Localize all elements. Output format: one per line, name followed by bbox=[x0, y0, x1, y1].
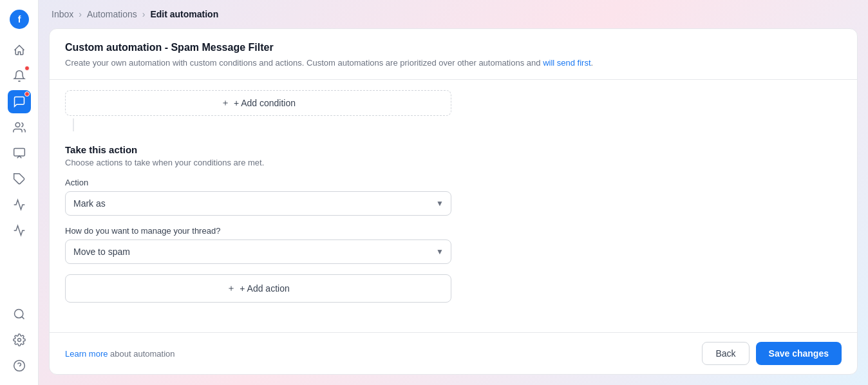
svg-text:f: f bbox=[17, 14, 21, 24]
add-action-label: + Add action bbox=[240, 283, 289, 294]
sidebar-item-search[interactable] bbox=[8, 303, 31, 326]
learn-more-link[interactable]: Learn more bbox=[65, 349, 108, 359]
svg-point-6 bbox=[14, 361, 24, 371]
add-action-icon: ＋ bbox=[227, 283, 236, 294]
svg-rect-2 bbox=[14, 149, 24, 156]
subtitle-highlight: will send first bbox=[543, 58, 590, 68]
sidebar-item-analytics[interactable] bbox=[8, 219, 31, 242]
add-condition-section: ＋ + Add condition bbox=[65, 80, 842, 116]
sidebar-item-broadcasts[interactable] bbox=[8, 193, 31, 216]
take-action-section: Take this action Choose actions to take … bbox=[65, 134, 842, 313]
main-content: Inbox › Automations › Edit automation Cu… bbox=[39, 0, 868, 385]
breadcrumb-current: Edit automation bbox=[150, 9, 218, 19]
save-button[interactable]: Save changes bbox=[756, 342, 842, 365]
thread-label: How do you want to manage your thread? bbox=[65, 226, 842, 236]
chat-badge bbox=[24, 91, 30, 97]
sidebar-item-inbox[interactable] bbox=[8, 142, 31, 165]
card-title: Custom automation - Spam Message Filter bbox=[65, 42, 842, 53]
thread-select[interactable]: Move to spam bbox=[65, 239, 451, 264]
connector-line bbox=[73, 118, 74, 131]
sidebar-item-tags[interactable] bbox=[8, 167, 31, 191]
action-select-wrap: Mark as ▼ bbox=[65, 191, 451, 216]
add-condition-button[interactable]: ＋ + Add condition bbox=[65, 90, 451, 116]
section-subtitle: Choose actions to take when your conditi… bbox=[65, 158, 842, 167]
learn-more-about: about automation bbox=[108, 349, 175, 359]
breadcrumb-sep-2: › bbox=[142, 9, 146, 19]
breadcrumb-inbox[interactable]: Inbox bbox=[52, 9, 73, 19]
back-button[interactable]: Back bbox=[702, 342, 749, 365]
sidebar-item-help[interactable] bbox=[8, 354, 31, 377]
add-action-button[interactable]: ＋ + Add action bbox=[65, 274, 451, 303]
sidebar-item-notifications[interactable] bbox=[8, 64, 31, 88]
sidebar-item-home[interactable] bbox=[8, 39, 31, 62]
footer-buttons: Back Save changes bbox=[702, 342, 842, 365]
card-body: ＋ + Add condition Take this action Choos… bbox=[50, 80, 857, 332]
svg-line-4 bbox=[21, 317, 24, 319]
subtitle-text-2: . bbox=[591, 58, 594, 68]
automation-card: Custom automation - Spam Message Filter … bbox=[49, 28, 858, 375]
action-select[interactable]: Mark as bbox=[65, 191, 451, 216]
sidebar-item-settings[interactable] bbox=[8, 328, 31, 352]
learn-more-text: Learn more about automation bbox=[65, 349, 175, 359]
sidebar: f bbox=[0, 0, 39, 385]
logo: f bbox=[8, 8, 31, 31]
card-header: Custom automation - Spam Message Filter … bbox=[50, 29, 857, 80]
svg-point-5 bbox=[17, 339, 21, 342]
notification-badge bbox=[24, 66, 30, 71]
breadcrumb-sep-1: › bbox=[79, 9, 82, 19]
breadcrumb: Inbox › Automations › Edit automation bbox=[39, 0, 868, 28]
card-subtitle: Create your own automation with custom c… bbox=[65, 57, 842, 69]
action-label: Action bbox=[65, 178, 842, 187]
sidebar-item-contacts[interactable] bbox=[8, 116, 31, 139]
sidebar-item-chat[interactable] bbox=[8, 90, 31, 113]
section-title: Take this action bbox=[65, 144, 842, 155]
subtitle-text-1: Create your own automation with custom c… bbox=[65, 58, 543, 68]
add-condition-label: + Add condition bbox=[234, 98, 296, 108]
thread-select-wrap: Move to spam ▼ bbox=[65, 239, 451, 264]
svg-point-3 bbox=[14, 310, 23, 318]
breadcrumb-automations[interactable]: Automations bbox=[87, 9, 137, 19]
add-condition-icon: ＋ bbox=[221, 97, 230, 109]
card-footer: Learn more about automation Back Save ch… bbox=[50, 332, 857, 374]
